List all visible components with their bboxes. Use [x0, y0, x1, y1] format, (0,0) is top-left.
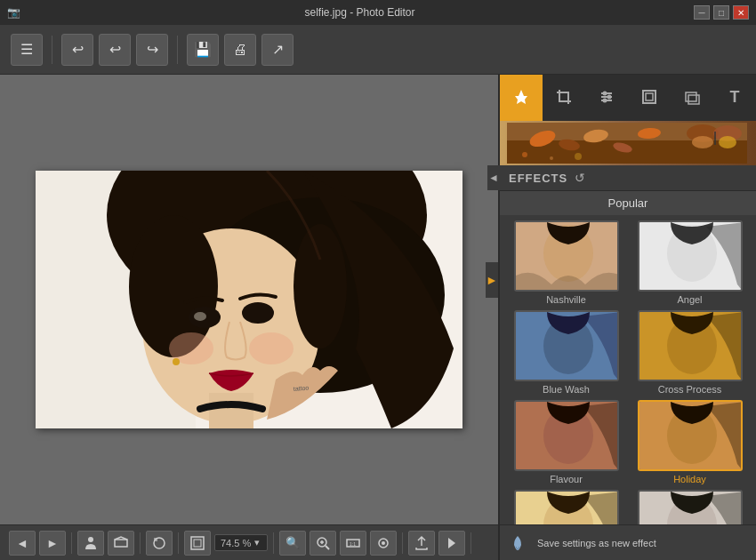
effect-flavour[interactable]: Flavour [507, 400, 625, 484]
history-button[interactable] [146, 531, 173, 556]
aspect-ratio-icon: 1:1 [345, 535, 361, 551]
effect-nashville[interactable]: Nashville [507, 220, 625, 305]
effect-nashville-label: Nashville [546, 294, 586, 305]
svg-line-72 [326, 546, 329, 549]
zoom-value: 74.5 % [221, 538, 251, 548]
nav-prev-button[interactable]: ◄ [9, 531, 36, 556]
image-info-button[interactable] [77, 531, 104, 556]
redo-back-button[interactable]: ↩ [99, 34, 131, 66]
toolbar-separator-1 [52, 36, 52, 64]
svg-rect-22 [643, 91, 655, 103]
svg-rect-5 [209, 393, 253, 428]
crop-icon [555, 88, 573, 106]
panel-expand-button[interactable]: ► [486, 262, 498, 298]
nav-next-button[interactable]: ► [39, 531, 66, 556]
status-sep-6 [470, 532, 471, 554]
tab-overlay[interactable] [671, 75, 713, 121]
svg-point-39 [550, 156, 553, 160]
main-content: tattoo [0, 75, 756, 524]
tab-effects[interactable] [500, 75, 543, 121]
main-toolbar: ☰ ↩ ↩ ↪ 💾 🖨 ↗ [0, 25, 756, 75]
panel-collapse-button[interactable]: ◄ [487, 165, 500, 190]
right-panel: T [498, 75, 756, 524]
maximize-button[interactable]: □ [713, 5, 729, 20]
save-effects-area: Save settings as new effect [498, 524, 756, 560]
close-button[interactable]: ✕ [733, 5, 749, 20]
effects-grid: Nashville Angel [500, 215, 756, 524]
svg-point-31 [719, 136, 736, 148]
zoom-display[interactable]: 74.5 % ▾ [214, 534, 268, 551]
effects-header: ◄ EFFECTS ↺ [500, 165, 756, 191]
effects-label: EFFECTS [509, 172, 567, 185]
effect-crossprocess-thumb [638, 310, 743, 381]
next-image-button[interactable] [438, 531, 465, 556]
effect-crossprocess[interactable]: Cross Process [631, 310, 749, 395]
status-sep-1 [71, 532, 72, 554]
effect-instant-thumb [514, 490, 619, 524]
aspect-ratio-button[interactable]: 1:1 [340, 531, 366, 556]
svg-point-30 [692, 136, 713, 148]
person-icon [83, 535, 99, 551]
zoom-in-button[interactable] [310, 531, 336, 556]
svg-point-78 [382, 541, 385, 545]
effect-bluewash[interactable]: Blue Wash [507, 310, 625, 395]
effects-row-1: Nashville Angel [507, 220, 749, 305]
canvas-area[interactable]: tattoo [0, 75, 498, 524]
effects-row-3: Flavour Holiday [507, 400, 749, 484]
effect-holiday-thumb [638, 400, 743, 471]
popular-header: Popular [500, 191, 756, 215]
save-settings-button[interactable]: Save settings as new effect [537, 538, 656, 548]
redo-fwd-button[interactable]: ↪ [136, 34, 168, 66]
undo-button[interactable]: ↩ [61, 34, 93, 66]
layers-button[interactable] [108, 531, 134, 556]
status-sep-2 [140, 532, 141, 554]
fullscreen-button[interactable] [370, 531, 397, 556]
svg-point-11 [242, 302, 274, 324]
effect-instant[interactable]: Instant [507, 490, 625, 524]
effect-holiday[interactable]: Holiday [631, 400, 749, 484]
popular-label: Popular [509, 196, 747, 210]
print-button[interactable]: 🖨 [224, 34, 256, 66]
effect-angel[interactable]: Angel [631, 220, 749, 305]
svg-point-21 [603, 99, 607, 103]
effects-reset-button[interactable]: ↺ [575, 171, 585, 185]
export-button[interactable]: ↗ [261, 34, 294, 66]
tab-crop[interactable] [543, 75, 585, 121]
effect-pure[interactable]: Pure [631, 490, 749, 524]
svg-rect-23 [646, 93, 653, 100]
svg-point-9 [249, 332, 294, 364]
effect-angel-thumb [638, 220, 743, 292]
zoom-fit-button[interactable] [184, 531, 211, 556]
effects-row-4: Instant Pure [507, 490, 749, 524]
upload-button[interactable] [408, 531, 435, 556]
photo-frame: tattoo [36, 171, 462, 428]
svg-rect-24 [686, 92, 696, 101]
svg-point-14 [173, 358, 180, 365]
fullscreen-icon [375, 535, 391, 551]
svg-rect-25 [688, 95, 699, 104]
titlebar: 📷 selfie.jpg - Photo Editor ─ □ ✕ [0, 0, 756, 25]
frames-icon [640, 88, 658, 106]
tab-text[interactable]: T [713, 75, 756, 121]
tab-adjust[interactable] [585, 75, 628, 121]
menu-button[interactable]: ☰ [11, 34, 43, 66]
svg-point-40 [575, 153, 582, 160]
effect-bluewash-label: Blue Wash [543, 384, 590, 395]
tab-frames[interactable] [628, 75, 671, 121]
layers-icon [113, 535, 129, 551]
effect-bluewash-thumb [514, 310, 619, 381]
effects-row-2: Blue Wash Cross Process [507, 310, 749, 395]
effect-flavour-thumb [514, 400, 619, 471]
titlebar-title: selfie.jpg - Photo Editor [26, 6, 694, 19]
banner-graphic [507, 123, 747, 164]
save-button[interactable]: 💾 [187, 34, 219, 66]
minimize-button[interactable]: ─ [694, 5, 710, 20]
zoom-search-button[interactable]: 🔍 [279, 531, 306, 556]
save-effect-icon [509, 534, 527, 552]
next-icon [444, 535, 460, 551]
photo-svg: tattoo [36, 171, 462, 428]
svg-text:1:1: 1:1 [350, 541, 356, 547]
upload-icon [414, 535, 430, 551]
overlay-icon [683, 88, 701, 106]
adjust-icon [598, 88, 615, 106]
